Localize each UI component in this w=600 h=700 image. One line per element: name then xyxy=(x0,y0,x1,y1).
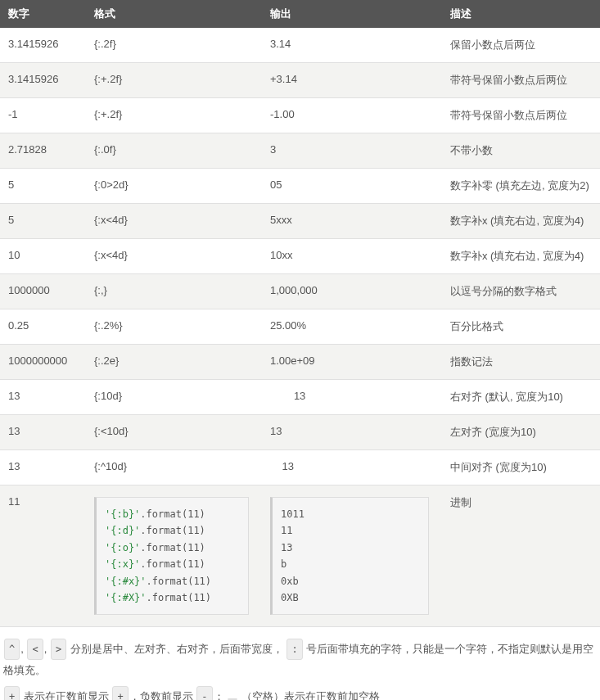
cell-output: +3.14 xyxy=(262,63,442,98)
code-line: '{:x}'.format(11) xyxy=(105,556,240,572)
code-line: 0xb xyxy=(281,573,420,589)
cell-desc: 带符号保留小数点后两位 xyxy=(442,98,600,133)
table-row: 13{:<10d}13左对齐 (宽度为10) xyxy=(0,415,600,450)
cell-format: {:.2e} xyxy=(86,345,262,380)
cell-desc: 指数记法 xyxy=(442,345,600,380)
code-rest: .format(11) xyxy=(147,592,211,603)
cell-desc: 不带小数 xyxy=(442,133,600,169)
cell-output: 13 xyxy=(262,380,442,415)
cell-desc: 百分比格式 xyxy=(442,309,600,345)
cell-desc: 带符号保留小数点后两位 xyxy=(442,63,600,98)
key-colon: : xyxy=(286,639,302,660)
code-str: '{:d}' xyxy=(105,525,140,536)
key-plus: + xyxy=(4,686,20,700)
code-line: 0XB xyxy=(281,589,420,606)
key-caret: ^ xyxy=(4,639,20,660)
cell-output: 05 xyxy=(262,169,442,204)
cell-desc: 保留小数点后两位 xyxy=(442,28,600,63)
code-rest: .format(11) xyxy=(140,525,205,536)
table-row: 13{:^10d} 13中间对齐 (宽度为10) xyxy=(0,450,600,485)
cell-output: 13 xyxy=(262,450,442,485)
code-rest: .format(11) xyxy=(140,508,205,520)
cell-format: {:+.2f} xyxy=(86,63,262,98)
cell-format: {:x<4d} xyxy=(86,239,262,274)
table-row: 1000000{:,}1,000,000以逗号分隔的数字格式 xyxy=(0,274,600,309)
note-line-2: + 表示在正数前显示 +，负数前显示 -； （空格）表示在正数前加空格 xyxy=(3,686,597,700)
table-row: 2.71828{:.0f}3不带小数 xyxy=(0,133,600,169)
note-text: 分别是居中、左对齐、右对齐，后面带宽度， xyxy=(67,643,283,655)
code-line: '{:d}'.format(11) xyxy=(105,522,240,539)
table-row: 11'{:b}'.format(11)'{:d}'.format(11)'{:o… xyxy=(0,485,600,627)
cell-number: 3.1415926 xyxy=(0,63,86,98)
cell-format: {:.2f} xyxy=(86,28,262,63)
code-rest: .format(11) xyxy=(140,542,205,553)
cell-desc: 左对齐 (宽度为10) xyxy=(442,415,600,450)
table-row: 13{:10d} 13右对齐 (默认, 宽度为10) xyxy=(0,380,600,415)
cell-format: {:10d} xyxy=(86,380,262,415)
table-row: -1{:+.2f}-1.00带符号保留小数点后两位 xyxy=(0,98,600,133)
table-row: 5{:x<4d}5xxx数字补x (填充右边, 宽度为4) xyxy=(0,204,600,239)
table-header-row: 数字 格式 输出 描述 xyxy=(0,0,600,28)
cell-number: 11 xyxy=(0,485,86,627)
cell-output: 25.00% xyxy=(262,309,442,345)
cell-number: 2.71828 xyxy=(0,133,86,169)
code-rest: .format(11) xyxy=(147,576,211,587)
cell-format-code: '{:b}'.format(11)'{:d}'.format(11)'{:o}'… xyxy=(86,485,262,627)
cell-desc: 以逗号分隔的数字格式 xyxy=(442,274,600,309)
key-plus: + xyxy=(112,686,128,700)
cell-format: {:<10d} xyxy=(86,415,262,450)
cell-number: 1000000000 xyxy=(0,345,86,380)
code-line: '{:#x}'.format(11) xyxy=(105,573,240,589)
cell-number: 1000000 xyxy=(0,274,86,309)
cell-output: 13 xyxy=(262,415,442,450)
cell-output: -1.00 xyxy=(262,98,442,133)
cell-desc: 数字补零 (填充左边, 宽度为2) xyxy=(442,169,600,204)
note-text: 表示在正数前显示 xyxy=(20,690,111,700)
cell-number: 13 xyxy=(0,415,86,450)
key-lt: < xyxy=(27,639,43,660)
code-str: '{:b}' xyxy=(105,508,140,520)
code-line: '{:#X}'.format(11) xyxy=(105,589,240,606)
cell-desc: 数字补x (填充右边, 宽度为4) xyxy=(442,239,600,274)
code-line: 13 xyxy=(281,540,420,556)
cell-output-code: 10111113b0xb0XB xyxy=(262,485,442,627)
code-str: '{:x}' xyxy=(105,558,140,570)
cell-output: 5xxx xyxy=(262,204,442,239)
code-block: '{:b}'.format(11)'{:d}'.format(11)'{:o}'… xyxy=(94,497,249,615)
format-table: 数字 格式 输出 描述 3.1415926{:.2f}3.14保留小数点后两位3… xyxy=(0,0,600,627)
cell-desc: 右对齐 (默认, 宽度为10) xyxy=(442,380,600,415)
cell-format: {:x<4d} xyxy=(86,204,262,239)
code-str: '{:o}' xyxy=(105,542,140,553)
code-str: '{:#x}' xyxy=(105,576,147,587)
cell-number: 5 xyxy=(0,169,86,204)
cell-desc: 中间对齐 (宽度为10) xyxy=(442,450,600,485)
key-gt: > xyxy=(51,639,66,660)
note-line-1: ^, <, > 分别是居中、左对齐、右对齐，后面带宽度， : 号后面带填充的字符… xyxy=(3,639,597,681)
cell-output: 1,000,000 xyxy=(262,274,442,309)
table-row: 1000000000{:.2e}1.00e+09指数记法 xyxy=(0,345,600,380)
cell-number: 13 xyxy=(0,450,86,485)
cell-format: {:0>2d} xyxy=(86,169,262,204)
header-format: 格式 xyxy=(86,0,262,28)
note-text: ，负数前显示 xyxy=(129,690,196,700)
note-text: ； xyxy=(214,690,224,700)
code-line: '{:b}'.format(11) xyxy=(105,506,240,522)
cell-number: 0.25 xyxy=(0,309,86,345)
cell-desc: 数字补x (填充右边, 宽度为4) xyxy=(442,204,600,239)
cell-format: {:.0f} xyxy=(86,133,262,169)
cell-number: 13 xyxy=(0,380,86,415)
header-number: 数字 xyxy=(0,0,86,28)
cell-format: {:,} xyxy=(86,274,262,309)
cell-number: 5 xyxy=(0,204,86,239)
table-row: 10{:x<4d}10xx数字补x (填充右边, 宽度为4) xyxy=(0,239,600,274)
code-str: '{:#X}' xyxy=(105,592,147,603)
cell-format: {:.2%} xyxy=(86,309,262,345)
code-line: 1011 xyxy=(281,506,420,522)
footer-notes: ^, <, > 分别是居中、左对齐、右对齐，后面带宽度， : 号后面带填充的字符… xyxy=(0,627,600,700)
code-line: 11 xyxy=(281,522,420,539)
header-desc: 描述 xyxy=(442,0,600,28)
cell-output: 1.00e+09 xyxy=(262,345,442,380)
cell-output: 3 xyxy=(262,133,442,169)
cell-number: 3.1415926 xyxy=(0,28,86,63)
cell-output: 3.14 xyxy=(262,28,442,63)
